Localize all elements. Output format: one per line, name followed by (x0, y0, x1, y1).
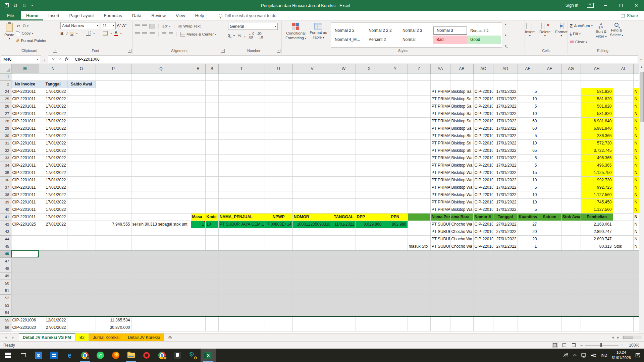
gallery-down-icon[interactable]: ▼ (504, 34, 507, 37)
cell-AG49[interactable] (561, 272, 581, 280)
cell-AJ26[interactable]: N (633, 103, 639, 110)
cell-V26[interactable] (292, 103, 332, 110)
cell-AI46[interactable] (613, 250, 633, 257)
cell-X50[interactable] (356, 280, 383, 287)
cell-X51[interactable] (356, 287, 383, 294)
cell-S25[interactable] (205, 95, 218, 103)
horizontal-scrollbar[interactable]: ◄ ► (611, 334, 644, 341)
cell-T43[interactable] (218, 228, 265, 235)
cell-U27[interactable] (265, 110, 292, 117)
row-header-32[interactable]: 32 (0, 147, 11, 154)
cell-Q40[interactable] (131, 206, 191, 213)
cell-W42[interactable]: 11/01/2022 (332, 221, 356, 228)
cell-AB49[interactable] (450, 272, 473, 280)
row-header-48[interactable]: 48 (0, 265, 11, 272)
cell-Z36[interactable] (408, 176, 430, 184)
cell-Q33[interactable] (131, 154, 191, 162)
cell-AF50[interactable] (538, 280, 561, 287)
row-header-53[interactable]: 53 (0, 302, 11, 309)
cell-AJ25[interactable]: N (633, 95, 639, 103)
cell-AI45[interactable]: Stok (613, 243, 633, 250)
formula-input[interactable]: CIP-2201006 (72, 55, 638, 63)
explorer-taskbar-icon[interactable] (123, 349, 139, 362)
cell-AE30[interactable]: 5 (518, 132, 538, 139)
cell-S43[interactable] (205, 228, 218, 235)
cell-AD49[interactable] (493, 272, 518, 280)
cell-Q26[interactable] (131, 103, 191, 110)
cell-Z35[interactable] (408, 169, 430, 176)
cell-Q24[interactable] (131, 88, 191, 95)
col-header-AD[interactable]: AD (493, 64, 518, 73)
col-header-AA[interactable]: AA (430, 64, 450, 73)
cell-U36[interactable] (265, 176, 292, 184)
cell-Z28[interactable] (408, 117, 430, 125)
cell-AH35[interactable]: 1.125.750 (581, 169, 613, 176)
cell-R54[interactable] (191, 309, 205, 316)
cell-V40[interactable] (292, 206, 332, 213)
cell-O40[interactable] (67, 206, 96, 213)
cell-S56[interactable] (205, 324, 218, 331)
col-header-U[interactable]: U (265, 64, 292, 73)
align-top-icon[interactable] (135, 24, 140, 28)
cell-N24[interactable]: 17/01/2022 (39, 88, 67, 95)
page-layout-view-button[interactable] (561, 343, 568, 348)
row-header-35[interactable]: 35 (0, 169, 11, 176)
style-normal-2-2-2[interactable]: Normal 2 2 2 (366, 26, 399, 35)
cell-X53[interactable] (356, 302, 383, 309)
cell-N39[interactable]: 17/01/2022 (39, 198, 67, 206)
cell-X2[interactable] (356, 80, 383, 88)
cell-W31[interactable] (332, 139, 356, 147)
row-header-42[interactable]: 42 (0, 221, 11, 228)
cell-P45[interactable] (96, 243, 131, 250)
cell-AD34[interactable]: 17/01/2022 (493, 162, 518, 169)
cell-AB38[interactable]: Biskitop Wa (450, 191, 473, 198)
cell-AF39[interactable] (538, 198, 561, 206)
cell-AC36[interactable]: CIP-22010 (473, 176, 493, 184)
cell-S32[interactable] (205, 147, 218, 154)
cell-Y39[interactable] (383, 198, 408, 206)
cell-AD40[interactable]: 17/01/2022 (493, 206, 518, 213)
cell-AJ55[interactable] (633, 316, 639, 324)
cell-AF32[interactable] (538, 147, 561, 154)
cell-AA44[interactable]: PT SUBUR (430, 235, 450, 243)
cell-O24[interactable] (67, 88, 96, 95)
cell-X24[interactable] (356, 88, 383, 95)
cell-R32[interactable] (191, 147, 205, 154)
cell-U41[interactable]: NPWP (265, 213, 292, 221)
orientation-menu[interactable]: ▾ (169, 25, 170, 28)
cell-V35[interactable] (292, 169, 332, 176)
cell-AG27[interactable] (561, 110, 581, 117)
cell-S37[interactable] (205, 184, 218, 191)
cell-V38[interactable] (292, 191, 332, 198)
cell-AA35[interactable]: PT PRIMA (430, 169, 450, 176)
cell-S46[interactable] (205, 250, 218, 257)
cell-W51[interactable] (332, 287, 356, 294)
row-header-30[interactable]: 30 (0, 132, 11, 139)
cell-M36[interactable]: CIP-2201011 (11, 176, 39, 184)
cell-Y51[interactable] (383, 287, 408, 294)
cell-R25[interactable] (191, 95, 205, 103)
cell-AI37[interactable] (613, 184, 633, 191)
tab-help[interactable]: Help (190, 11, 209, 20)
cell-X25[interactable] (356, 95, 383, 103)
cell-Q52[interactable] (131, 294, 191, 302)
cell-AG25[interactable] (561, 95, 581, 103)
cell-Z40[interactable] (408, 206, 430, 213)
cell-AF33[interactable] (538, 154, 561, 162)
cell-P38[interactable] (96, 191, 131, 198)
cell-Y44[interactable] (383, 235, 408, 243)
cell-O32[interactable] (67, 147, 96, 154)
cell-AI25[interactable] (613, 95, 633, 103)
cell-AC34[interactable]: CIP-22010 (473, 162, 493, 169)
cell-Z24[interactable] (408, 88, 430, 95)
cell-AJ53[interactable] (633, 302, 639, 309)
cell-AC2[interactable] (473, 80, 493, 88)
cell-AD39[interactable]: 17/01/2022 (493, 198, 518, 206)
cell-Q48[interactable] (131, 265, 191, 272)
cell-AF56[interactable] (538, 324, 561, 331)
cell-AB56[interactable] (450, 324, 473, 331)
cell-AE32[interactable]: 65 (518, 147, 538, 154)
cell-V2[interactable] (292, 80, 332, 88)
cell-W56[interactable] (332, 324, 356, 331)
cell-AI39[interactable] (613, 198, 633, 206)
